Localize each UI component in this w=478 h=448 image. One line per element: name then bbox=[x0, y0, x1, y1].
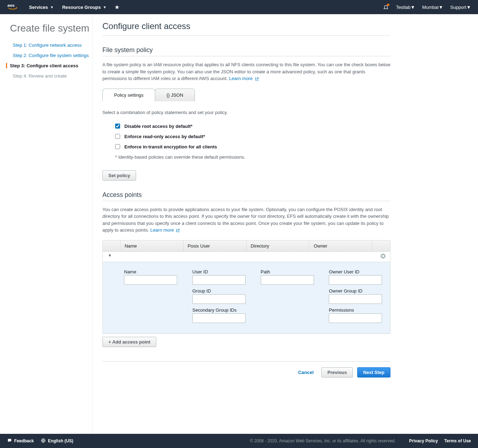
wizard-sidebar: Create file system Step 1: Configure net… bbox=[0, 14, 92, 434]
policy-footnote: * Identity-based policies can override t… bbox=[115, 154, 390, 160]
step-4: Step 4: Review and create bbox=[10, 73, 92, 79]
notifications-icon[interactable] bbox=[383, 4, 389, 10]
ap-title: Access points bbox=[102, 191, 390, 201]
step-3: Step 3: Configure client access bbox=[6, 63, 92, 68]
input-owner-uid[interactable] bbox=[329, 275, 382, 285]
wizard-footer-buttons: Cancel Previous Next Step bbox=[102, 361, 390, 378]
label-owner-uid: Owner User ID bbox=[329, 269, 387, 274]
ap-col-posix: Posix User bbox=[184, 240, 247, 251]
ap-col-delete bbox=[372, 240, 390, 251]
region-label: Mumbai bbox=[422, 5, 438, 10]
cancel-button[interactable]: Cancel bbox=[294, 368, 317, 377]
step-2[interactable]: Step 2: Configure file system settings bbox=[10, 53, 92, 58]
set-policy-button[interactable]: Set policy bbox=[102, 170, 136, 181]
collapse-row-icon[interactable]: ▼ bbox=[103, 252, 117, 262]
input-owner-gid[interactable] bbox=[329, 294, 382, 304]
ap-description: You can create access points to provide … bbox=[102, 206, 390, 234]
svg-text:aws: aws bbox=[7, 3, 15, 7]
bottom-bar: Feedback English (US) © 2008 - 2020, Ama… bbox=[0, 434, 478, 448]
account-menu[interactable]: Testlab ▼ bbox=[396, 5, 415, 10]
input-group-id[interactable] bbox=[192, 294, 246, 304]
step-2-link[interactable]: Step 2: Configure file system settings bbox=[13, 53, 89, 58]
add-access-point-button[interactable]: + Add access point bbox=[102, 337, 156, 347]
ap-learn-more-link[interactable]: Learn more bbox=[150, 227, 180, 233]
label-owner-gid: Owner Group ID bbox=[329, 288, 387, 294]
services-label: Services bbox=[29, 5, 48, 10]
services-menu[interactable]: Services ▼ bbox=[29, 5, 54, 10]
checkbox-readonly-label: Enforce read-only access by default* bbox=[124, 134, 205, 139]
fsp-title: File system policy bbox=[102, 46, 390, 56]
fsp-learn-more-link[interactable]: Learn more bbox=[229, 76, 259, 81]
support-label: Support bbox=[450, 5, 467, 10]
ap-col-owner: Owner bbox=[309, 240, 372, 251]
chevron-down-icon: ▼ bbox=[103, 5, 107, 9]
language-selector[interactable]: English (US) bbox=[41, 438, 73, 444]
main-heading: Configure client access bbox=[102, 21, 390, 36]
delete-row-icon[interactable] bbox=[376, 252, 390, 262]
chevron-down-icon: ▼ bbox=[439, 5, 443, 10]
pin-shortcut-icon[interactable]: ★ bbox=[115, 4, 119, 10]
aws-logo[interactable]: aws bbox=[7, 3, 22, 11]
main-content: Configure client access File system poli… bbox=[92, 14, 400, 434]
globe-icon bbox=[41, 438, 46, 444]
label-secondary-gids: Secondary Group IDs bbox=[192, 307, 250, 313]
label-permissions: Permissions bbox=[329, 307, 387, 313]
resource-groups-label: Resource Groups bbox=[62, 5, 101, 10]
external-link-icon bbox=[255, 77, 259, 81]
policy-tabs: Policy settings {} JSON bbox=[102, 89, 390, 101]
checkbox-readonly[interactable] bbox=[115, 134, 120, 139]
notification-dot-icon bbox=[387, 4, 389, 6]
fsp-description: A file system policy is an IAM resource … bbox=[102, 61, 390, 82]
tab-json[interactable]: {} JSON bbox=[155, 89, 195, 101]
ap-col-expand bbox=[103, 240, 120, 251]
policy-check-readonly: Enforce read-only access by default* bbox=[115, 134, 390, 139]
tab-policy-settings[interactable]: Policy settings bbox=[102, 89, 155, 101]
copyright-text: © 2008 - 2020, Amazon Web Services, Inc.… bbox=[250, 438, 395, 443]
checkbox-disable-root-label: Disable root access by default* bbox=[124, 124, 192, 129]
checkbox-disable-root[interactable] bbox=[115, 124, 120, 129]
step-4-label: Step 4: Review and create bbox=[13, 73, 67, 79]
chevron-down-icon: ▼ bbox=[411, 5, 415, 10]
step-list: Step 1: Configure network access Step 2:… bbox=[10, 42, 92, 79]
input-secondary-gids[interactable] bbox=[192, 313, 246, 323]
page-title: Create file system bbox=[10, 23, 92, 34]
external-link-icon bbox=[176, 228, 180, 233]
label-group-id: Group ID bbox=[192, 288, 250, 294]
speech-bubble-icon bbox=[7, 438, 12, 444]
ap-col-directory: Directory bbox=[247, 240, 310, 251]
input-path[interactable] bbox=[261, 275, 314, 285]
label-user-id: User ID bbox=[192, 269, 250, 274]
support-menu[interactable]: Support ▼ bbox=[450, 5, 471, 10]
ap-group-name: Name bbox=[124, 269, 182, 327]
step-1-link[interactable]: Step 1: Configure network access bbox=[13, 42, 81, 48]
policy-check-disable-root: Disable root access by default* bbox=[115, 124, 390, 129]
resource-groups-menu[interactable]: Resource Groups ▼ bbox=[62, 5, 106, 10]
next-step-button[interactable]: Next Step bbox=[357, 367, 390, 378]
account-label: Testlab bbox=[396, 5, 410, 10]
terms-of-use-link[interactable]: Terms of Use bbox=[444, 438, 471, 443]
step-1[interactable]: Step 1: Configure network access bbox=[10, 42, 92, 48]
ap-row-toggle: ▼ bbox=[103, 252, 390, 262]
input-user-id[interactable] bbox=[192, 275, 246, 285]
privacy-policy-link[interactable]: Privacy Policy bbox=[409, 438, 438, 443]
input-name[interactable] bbox=[124, 275, 177, 285]
access-points-table: Name Posix User Directory Owner ▼ Name U… bbox=[102, 240, 390, 334]
label-path: Path bbox=[261, 269, 319, 274]
ap-group-directory: Path bbox=[261, 269, 319, 327]
previous-button[interactable]: Previous bbox=[321, 367, 353, 378]
policy-instructions: Select a combination of policy statement… bbox=[102, 110, 390, 115]
label-name: Name bbox=[124, 269, 182, 274]
ap-table-header: Name Posix User Directory Owner bbox=[103, 240, 390, 252]
policy-check-encryption: Enforce in-transit encryption for all cl… bbox=[115, 144, 390, 149]
chevron-down-icon: ▼ bbox=[50, 5, 54, 9]
chevron-down-icon: ▼ bbox=[466, 5, 471, 10]
top-nav: aws Services ▼ Resource Groups ▼ ★ Testl… bbox=[0, 0, 478, 14]
feedback-link[interactable]: Feedback bbox=[7, 438, 34, 444]
region-menu[interactable]: Mumbai ▼ bbox=[422, 5, 443, 10]
checkbox-encryption-label: Enforce in-transit encryption for all cl… bbox=[124, 144, 217, 149]
checkbox-encryption[interactable] bbox=[115, 144, 120, 149]
ap-group-owner: Owner User ID Owner Group ID Permissions bbox=[329, 269, 387, 327]
input-permissions[interactable] bbox=[329, 313, 382, 323]
step-3-label: Step 3: Configure client access bbox=[10, 63, 78, 68]
ap-col-name: Name bbox=[120, 240, 184, 251]
